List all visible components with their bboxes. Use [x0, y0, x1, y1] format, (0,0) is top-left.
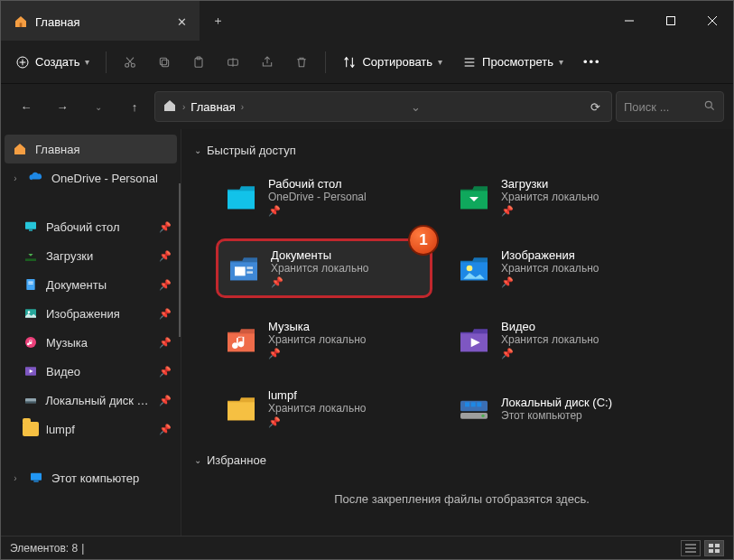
document-icon — [23, 276, 39, 293]
quick-item-pictures[interactable]: Изображения Хранится локально 📌 — [449, 238, 665, 298]
picture-icon — [23, 305, 39, 322]
section-quick-access[interactable]: ⌄ Быстрый доступ — [190, 136, 733, 164]
address-dropdown[interactable]: ⌄ — [409, 100, 423, 114]
close-button[interactable] — [692, 1, 733, 41]
status-count-label: Элементов: — [10, 542, 69, 555]
pin-icon: 📌 — [271, 276, 368, 288]
address-bar[interactable]: › Главная › ⌄ ⟳ — [154, 91, 612, 122]
sidebar-item-onedrive[interactable]: › OneDrive - Personal — [1, 163, 181, 192]
pin-icon: 📌 — [501, 348, 599, 359]
sidebar-item-documents[interactable]: Документы 📌 — [1, 270, 181, 299]
svg-rect-25 — [25, 258, 36, 261]
sidebar-item-downloads[interactable]: Загрузки 📌 — [1, 241, 181, 270]
sidebar-item-thispc[interactable]: › Этот компьютер — [1, 463, 181, 492]
pin-icon: 📌 — [159, 424, 172, 435]
svg-rect-51 — [477, 402, 481, 406]
chevron-down-icon: ▾ — [85, 57, 89, 67]
more-button[interactable]: ••• — [574, 50, 610, 74]
expand-icon[interactable]: › — [10, 473, 21, 483]
quick-item-lumpf[interactable]: lumpf Хранится локально 📌 — [216, 381, 432, 435]
svg-rect-60 — [715, 549, 720, 553]
sidebar-item-label: lumpf — [46, 423, 75, 436]
tab-home[interactable]: Главная ✕ — [1, 1, 200, 41]
search-box[interactable]: Поиск ... — [616, 91, 724, 122]
sidebar-item-lumpf[interactable]: lumpf 📌 — [1, 415, 181, 443]
quick-item-downloads[interactable]: Загрузки Хранится локально 📌 — [449, 170, 665, 224]
chevron-down-icon: ⌄ — [194, 145, 201, 155]
favorites-empty-text: После закрепления файлы отобразятся здес… — [190, 474, 733, 524]
svg-rect-57 — [709, 544, 713, 547]
sidebar-item-music[interactable]: Музыка 📌 — [1, 328, 181, 357]
sidebar-item-drive-c[interactable]: Локальный диск (C:) 📌 — [1, 386, 181, 415]
sort-label: Сортировать — [362, 55, 432, 69]
drive-icon — [23, 392, 38, 408]
new-tab-button[interactable]: ＋ — [200, 1, 236, 41]
item-subtitle: Хранится локально — [501, 191, 599, 203]
pin-icon: 📌 — [268, 348, 366, 359]
svg-rect-13 — [161, 58, 167, 64]
quick-item-video[interactable]: Видео Хранится локально 📌 — [449, 313, 665, 367]
sidebar-item-video[interactable]: Видео 📌 — [1, 357, 181, 386]
sort-button[interactable]: Сортировать ▾ — [333, 50, 451, 75]
pin-icon: 📌 — [501, 205, 599, 217]
svg-point-21 — [705, 101, 711, 107]
svg-rect-58 — [715, 544, 720, 547]
rename-button[interactable] — [217, 50, 249, 75]
document-icon — [226, 250, 262, 286]
section-title: Быстрый доступ — [207, 144, 296, 157]
chevron-right-icon: › — [182, 102, 185, 112]
maximize-button[interactable] — [650, 1, 692, 41]
folder-icon — [223, 390, 259, 426]
refresh-button[interactable]: ⟳ — [587, 100, 604, 114]
sidebar-item-pictures[interactable]: Изображения 📌 — [1, 299, 181, 328]
quick-item-documents[interactable]: Документы Хранится локально 📌 1 — [216, 238, 432, 298]
svg-point-30 — [28, 311, 31, 313]
sidebar-item-home[interactable]: Главная — [5, 135, 177, 163]
delete-button[interactable] — [285, 50, 318, 75]
quick-item-desktop[interactable]: Рабочий стол OneDrive - Personal 📌 — [216, 170, 432, 224]
sidebar-item-label: OneDrive - Personal — [51, 172, 158, 185]
forward-button[interactable]: → — [46, 92, 79, 121]
quick-item-drive-c[interactable]: Локальный диск (C:) Этот компьютер — [449, 381, 665, 435]
cloud-icon — [28, 170, 44, 186]
minimize-button[interactable] — [609, 1, 650, 41]
create-button[interactable]: Создать ▾ — [6, 50, 98, 75]
paste-button[interactable] — [182, 50, 215, 75]
copy-button[interactable] — [148, 50, 181, 75]
home-icon — [14, 14, 28, 29]
status-count: 8 — [72, 542, 79, 555]
pin-icon: 📌 — [159, 221, 172, 233]
pin-icon: 📌 — [159, 308, 172, 320]
thumbnails-view-button[interactable] — [704, 540, 724, 556]
breadcrumb-home[interactable]: Главная — [190, 100, 235, 114]
share-button[interactable] — [251, 50, 283, 75]
svg-rect-0 — [20, 23, 23, 27]
chevron-right-icon: › — [241, 102, 244, 112]
pin-icon: 📌 — [268, 205, 367, 217]
quick-item-music[interactable]: Музыка Хранится локально 📌 — [216, 313, 432, 367]
desktop-icon — [23, 219, 39, 235]
up-button[interactable]: ↑ — [118, 92, 151, 121]
separator — [325, 51, 326, 73]
details-view-button[interactable] — [681, 540, 701, 556]
tab-close-icon[interactable]: ✕ — [177, 15, 187, 29]
sidebar-item-desktop[interactable]: Рабочий стол 📌 — [1, 212, 181, 241]
back-button[interactable]: ← — [10, 92, 42, 121]
svg-rect-2 — [667, 17, 675, 25]
expand-icon[interactable]: › — [10, 173, 21, 183]
sidebar: Главная › OneDrive - Personal Рабочий ст… — [1, 129, 181, 536]
svg-rect-27 — [28, 282, 33, 283]
recent-button[interactable]: ⌄ — [82, 92, 115, 121]
search-icon — [703, 99, 716, 115]
section-title: Избранное — [207, 453, 266, 467]
main-pane: ⌄ Быстрый доступ Рабочий стол OneDrive -… — [181, 129, 733, 536]
view-button[interactable]: Просмотреть ▾ — [453, 50, 572, 75]
item-title: Рабочий стол — [268, 177, 367, 191]
quick-access-grid: Рабочий стол OneDrive - Personal 📌 Загру… — [190, 164, 733, 446]
pin-icon: 📌 — [159, 337, 172, 349]
svg-rect-42 — [246, 271, 253, 274]
item-subtitle: Хранится локально — [268, 333, 366, 346]
section-favorites[interactable]: ⌄ Избранное — [190, 446, 733, 474]
cut-button[interactable] — [114, 50, 146, 75]
home-icon — [12, 141, 28, 157]
